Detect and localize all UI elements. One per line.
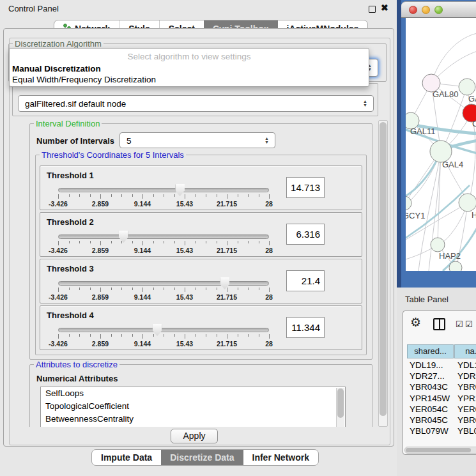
threshold-value-field[interactable]: 6.316 <box>286 224 325 245</box>
tab-impute-data[interactable]: Impute Data <box>92 450 161 465</box>
tick-label: 21.715 <box>217 340 237 348</box>
table-cell[interactable]: YLR3... <box>457 436 476 439</box>
traffic-light-zoom-icon[interactable] <box>434 6 443 14</box>
table-data-combobox[interactable]: galFiltered.sif default node ▲▼ <box>18 95 374 112</box>
popup-option-equal-width[interactable]: Equal Width/Frequency Discretization <box>12 75 156 84</box>
network-node-label: GCY1 <box>406 211 425 220</box>
scrollbar-thumb[interactable] <box>337 388 344 418</box>
threshold-slider[interactable]: -3.4262.8599.14415.4321.71528 <box>58 229 269 255</box>
apply-button[interactable]: Apply <box>171 429 218 443</box>
horizontal-scrollbar[interactable] <box>404 447 476 454</box>
table-cell[interactable]: YBR043C <box>410 381 448 392</box>
float-window-icon[interactable] <box>369 6 376 13</box>
network-node[interactable] <box>459 194 476 211</box>
table-cell[interactable]: YDL1... <box>457 360 476 371</box>
tick-mark <box>217 194 217 197</box>
tick-label: 28 <box>265 293 273 301</box>
table-row[interactable]: YBR043C YBR0... <box>403 381 476 392</box>
column-header-shared-name[interactable]: shared... <box>407 344 454 358</box>
slider-track[interactable] <box>58 328 269 332</box>
threshold-slider[interactable]: -3.4262.8599.14415.4321.71528 <box>58 276 269 302</box>
network-canvas[interactable]: GAL80GACGAL11GAL4GCY1HHAP2 <box>406 18 476 271</box>
slider-track[interactable] <box>58 281 269 286</box>
slider-ticks <box>58 241 269 246</box>
table-row[interactable]: YLR345W YLR3... <box>403 436 476 439</box>
table-row[interactable]: YER054C YER0... <box>403 404 476 415</box>
table-cell[interactable]: YBR045C <box>410 415 448 426</box>
network-window-titlebar[interactable] <box>401 1 476 18</box>
split-view-icon[interactable] <box>433 318 445 330</box>
network-node[interactable] <box>406 196 411 210</box>
table-cell[interactable]: YBL079W <box>410 426 449 436</box>
tick-mark <box>164 288 164 290</box>
traffic-light-minimize-icon[interactable] <box>422 6 430 14</box>
threshold-slider[interactable]: -3.4262.8599.14415.4321.71528 <box>58 323 269 348</box>
table-row[interactable]: YBR045C YBR0... <box>403 415 476 426</box>
tick-mark <box>238 241 238 243</box>
scrollbar-thumb[interactable] <box>406 448 471 452</box>
tab-infer-network[interactable]: Infer Network <box>243 450 318 465</box>
column-header-name[interactable]: na... <box>454 344 476 358</box>
gear-icon[interactable]: ⚙ <box>410 315 421 330</box>
scrollbar-thumb[interactable] <box>380 122 387 416</box>
close-icon[interactable]: ✖ <box>381 3 388 13</box>
network-view-window: GAL80GACGAL11GAL4GCY1HHAP2 <box>397 0 476 288</box>
tick-mark <box>79 194 80 197</box>
popup-option-manual-discretization[interactable]: Manual Discretization <box>12 64 101 73</box>
slider-ticks <box>58 334 269 339</box>
slider-track[interactable] <box>58 234 269 239</box>
attribute-list-item[interactable]: BetweennessCentrality <box>41 413 345 426</box>
table-cell[interactable]: YLR345W <box>410 436 449 439</box>
table-cell[interactable]: YER0... <box>457 404 476 415</box>
tick-mark <box>185 241 185 245</box>
threshold-label: Threshold 3 <box>47 264 94 273</box>
tick-mark <box>90 241 91 243</box>
group-label: Attributes to discretize <box>34 360 119 369</box>
network-node[interactable] <box>431 238 445 252</box>
number-of-intervals-spinner[interactable]: 5 ▲▼ <box>119 132 275 148</box>
tick-mark <box>269 288 270 292</box>
threshold-value-field[interactable]: 11.344 <box>286 317 325 338</box>
threshold-value-field[interactable]: 14.713 <box>286 177 325 198</box>
table-row[interactable]: YBL079W YBL0... <box>403 426 476 436</box>
slider-track[interactable] <box>58 188 269 192</box>
tick-mark <box>153 288 154 290</box>
tick-mark <box>174 194 175 197</box>
traffic-light-close-icon[interactable] <box>409 6 417 14</box>
network-node[interactable] <box>459 79 475 95</box>
threshold-value-field[interactable]: 21.4 <box>286 270 325 291</box>
attribute-list-item[interactable]: SelfLoops <box>41 387 345 400</box>
table-cell[interactable]: YDR27... <box>410 371 445 381</box>
network-node-label: GA <box>468 94 476 104</box>
tick-mark <box>185 334 185 339</box>
tick-mark <box>196 334 196 337</box>
table-cell[interactable]: YPR145W <box>410 393 450 404</box>
table-cell[interactable]: YBR0... <box>457 381 476 392</box>
network-node-label: GAL4 <box>442 160 463 169</box>
table-cell[interactable]: YDR2... <box>457 371 476 381</box>
tick-mark <box>58 194 59 199</box>
table-row[interactable]: YPR145W YPR1... <box>403 393 476 404</box>
table-cell[interactable]: YER054C <box>410 404 448 415</box>
list-scrollbar[interactable] <box>336 388 344 427</box>
attribute-list-item[interactable]: TopologicalCoefficient <box>41 400 345 413</box>
tick-label: 2.859 <box>92 293 109 301</box>
network-node[interactable] <box>449 261 462 271</box>
network-node[interactable] <box>430 141 452 162</box>
tab-discretize-data[interactable]: Discretize Data <box>161 450 243 465</box>
table-row[interactable]: YDL19... YDL1... <box>403 360 476 371</box>
tick-mark <box>58 241 59 245</box>
table-cell[interactable]: YPR1... <box>457 393 476 404</box>
checkbox-icon[interactable]: ☑ <box>456 319 463 329</box>
table-panel-body: ⚙ ☑ ☑ shared... na... YDL19... YDL1...YD… <box>403 311 476 455</box>
threshold-slider[interactable]: -3.4262.8599.14415.4321.71528 <box>58 183 269 208</box>
table-cell[interactable]: YBL0... <box>457 426 476 436</box>
table-row[interactable]: YDR27... YDR2... <box>403 371 476 381</box>
combo-value: galFiltered.sif default node <box>25 99 126 109</box>
checkbox-icon[interactable]: ☑ <box>465 319 473 329</box>
table-data-group: Table Data galFiltered.sif default node … <box>12 83 378 116</box>
attributes-list[interactable]: SelfLoopsTopologicalCoefficientBetweenne… <box>40 387 346 427</box>
vertical-scrollbar[interactable] <box>378 120 388 427</box>
table-cell[interactable]: YBR0... <box>457 415 476 426</box>
table-cell[interactable]: YDL19... <box>410 360 443 371</box>
